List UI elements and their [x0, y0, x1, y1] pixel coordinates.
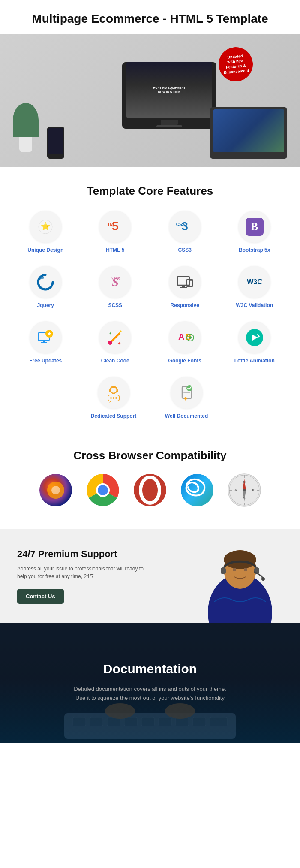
documentation-content: Documentation Detailed documentation cov…	[17, 645, 283, 703]
html5-icon: 5 HTML	[107, 218, 124, 235]
svg-rect-67	[221, 567, 226, 574]
bootstrap-icon: B	[246, 218, 264, 236]
svg-rect-9	[182, 285, 185, 287]
svg-rect-79	[176, 717, 189, 726]
feature-w3c: W3C ™ W3C Validation	[222, 266, 288, 308]
phone-mockup	[47, 127, 64, 159]
screen-text: HUNTING EQUIPMENT NOW IN STOCK	[153, 86, 185, 94]
browser-icons-container: N S E W	[9, 473, 291, 516]
html5-icon-circle: 5 HTML	[99, 211, 131, 243]
features-grid-row2: Jquery S Sass SCSS Responsive	[0, 266, 300, 321]
svg-point-44	[51, 486, 60, 494]
svg-point-36	[115, 397, 117, 399]
svg-rect-73	[73, 717, 86, 726]
bootstrap-letter: B	[251, 220, 258, 233]
scss-label: SCSS	[108, 302, 122, 308]
firefox-icon	[39, 473, 73, 507]
documentation-section: Documentation Detailed documentation cov…	[0, 623, 300, 743]
documentation-title: Documentation	[17, 645, 283, 676]
google-fonts-icon: A B	[174, 327, 195, 348]
support-title: 24/7 Premium Support	[17, 549, 154, 560]
page-title: Multipage Ecommerce - HTML 5 Template	[0, 0, 300, 34]
support-content: 24/7 Premium Support Address all your is…	[17, 549, 154, 604]
monitor-stand	[161, 120, 178, 125]
svg-rect-77	[141, 717, 154, 726]
svg-point-21	[108, 341, 112, 345]
svg-rect-10	[180, 287, 187, 288]
google-fonts-icon-circle: A B	[169, 321, 201, 353]
features-grid-row1: ⭐ Unique Design 5 HTML HTML 5 3 CSS CSS3…	[0, 211, 300, 266]
css3-label: CSS3	[178, 247, 192, 253]
edge-icon	[180, 473, 214, 507]
svg-text:✦: ✦	[117, 341, 121, 346]
html5-label: HTML 5	[106, 247, 124, 253]
hero-section: HUNTING EQUIPMENT NOW IN STOCK Updated w…	[0, 34, 300, 167]
dedicated-support-icon-circle	[98, 377, 130, 409]
svg-text:HTML: HTML	[107, 222, 116, 227]
svg-rect-76	[124, 717, 137, 726]
svg-text:N: N	[243, 480, 246, 484]
laptop-screen	[213, 109, 284, 152]
svg-text:✦: ✦	[109, 332, 112, 335]
well-documented-icon	[176, 382, 197, 404]
svg-rect-17	[41, 342, 47, 343]
support-person-svg	[182, 529, 298, 623]
svg-point-82	[105, 703, 135, 719]
contact-us-button[interactable]: Contact Us	[17, 589, 64, 604]
dedicated-support-icon	[103, 382, 124, 404]
chrome-icon	[86, 473, 120, 507]
monitor-mockup: HUNTING EQUIPMENT NOW IN STOCK	[122, 62, 216, 129]
svg-point-83	[165, 703, 195, 719]
svg-point-34	[110, 397, 112, 399]
features-grid-row4: Dedicated Support Well Documented	[0, 377, 300, 432]
edge-svg	[180, 473, 214, 507]
feature-dedicated-support: Dedicated Support	[86, 377, 141, 419]
w3c-icon-circle: W3C ™	[238, 266, 270, 298]
svg-rect-32	[117, 389, 118, 392]
unique-design-label: Unique Design	[27, 247, 63, 253]
svg-rect-78	[159, 717, 171, 726]
responsive-label: Responsive	[171, 302, 199, 308]
free-updates-label: Free Updates	[29, 358, 62, 364]
svg-point-28	[189, 336, 192, 339]
dedicated-support-label: Dedicated Support	[91, 413, 137, 419]
responsive-icon-circle	[169, 266, 201, 298]
badge-text: Updated with new Features & Enhancement	[222, 53, 249, 75]
svg-rect-16	[43, 341, 45, 342]
monitor-base	[156, 125, 182, 127]
svg-line-20	[111, 333, 120, 342]
lottie-icon	[244, 327, 265, 348]
feature-bootstrap: B Bootstrap 5x	[222, 211, 288, 253]
feature-scss: S Sass SCSS	[83, 266, 148, 308]
feature-css3: 3 CSS CSS3	[152, 211, 218, 253]
css3-icon-circle: 3 CSS	[169, 211, 201, 243]
opera-icon	[133, 473, 167, 507]
feature-free-updates: ★ Free Updates	[13, 321, 78, 364]
plant-decoration	[9, 103, 43, 154]
free-updates-icon-circle: ★	[30, 321, 62, 353]
firefox-svg	[39, 473, 72, 507]
laptop-mockup	[210, 107, 287, 159]
css3-icon: 3 CSS	[176, 218, 193, 235]
jquery-icon	[35, 271, 56, 293]
svg-text:A: A	[178, 332, 184, 341]
svg-rect-74	[90, 717, 103, 726]
svg-point-71	[244, 568, 247, 571]
browser-compat-title: Cross Browser Compatibility	[9, 445, 291, 473]
svg-point-69	[261, 577, 265, 581]
svg-point-70	[233, 568, 236, 571]
responsive-icon	[174, 271, 195, 293]
svg-rect-81	[210, 717, 227, 726]
documentation-description: Detailed documentation covers all ins an…	[17, 685, 283, 703]
google-fonts-label: Google Fonts	[168, 358, 201, 364]
hero-background: HUNTING EQUIPMENT NOW IN STOCK Updated w…	[0, 34, 300, 167]
plant-vase	[19, 137, 32, 152]
svg-text:★: ★	[47, 331, 52, 336]
safari-icon: N S E W	[227, 473, 261, 507]
bootstrap-icon-circle: B	[238, 211, 270, 243]
clean-code-icon-circle: ✦ ✦	[99, 321, 131, 353]
scss-icon: S Sass	[105, 271, 126, 293]
support-description: Address all your issue to professionals …	[17, 565, 154, 580]
well-documented-label: Well Documented	[165, 413, 208, 419]
svg-point-59	[243, 489, 246, 491]
